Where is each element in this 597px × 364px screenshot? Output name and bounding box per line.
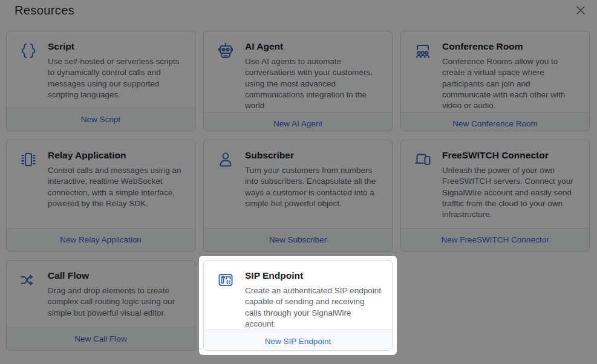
- close-icon: [575, 4, 587, 16]
- card-title: SIP Endpoint: [245, 270, 382, 281]
- new-ai-agent-label: New AI Agent: [273, 119, 322, 128]
- person-icon: [216, 150, 235, 169]
- card-text: Script Use self-hosted or serverless scr…: [48, 41, 185, 108]
- resource-card-script: Script Use self-hosted or serverless scr…: [6, 31, 195, 131]
- card-description: Control calls and messages using an inte…: [48, 165, 185, 209]
- new-call-flow-button[interactable]: New Call Flow: [7, 327, 195, 350]
- card-text: Call Flow Drag and drop elements to crea…: [48, 270, 185, 327]
- chip-icon: [19, 150, 38, 169]
- new-relay-application-button[interactable]: New Relay Application: [7, 228, 195, 251]
- new-sip-endpoint-label: New SIP Endpoint: [265, 337, 331, 346]
- new-conference-room-button[interactable]: New Conference Room: [401, 112, 589, 131]
- new-script-button[interactable]: New Script: [7, 108, 195, 131]
- card-body: Conference Room Conference Rooms allow y…: [401, 31, 589, 112]
- new-relay-application-label: New Relay Application: [60, 235, 141, 244]
- new-sip-endpoint-button[interactable]: New SIP Endpoint: [204, 330, 392, 351]
- card-text: Subscriber Turn your customers from numb…: [245, 150, 382, 228]
- resource-card-subscriber: Subscriber Turn your customers from numb…: [203, 140, 393, 252]
- resource-card-sip-endpoint: SIP Endpoint Create an authenticated SIP…: [203, 260, 393, 351]
- card-body: AI Agent Use AI agents to automate conve…: [204, 31, 392, 112]
- new-freeswitch-connector-button[interactable]: New FreeSWITCH Connector: [401, 228, 589, 251]
- card-description: Unleash the power of your own FreeSWITCH…: [442, 165, 579, 221]
- card-text: SIP Endpoint Create an authenticated SIP…: [245, 270, 382, 330]
- card-body: Subscriber Turn your customers from numb…: [204, 140, 392, 228]
- card-body: Relay Application Control calls and mess…: [7, 140, 195, 228]
- new-subscriber-button[interactable]: New Subscriber: [204, 228, 392, 251]
- resource-card-call-flow: Call Flow Drag and drop elements to crea…: [6, 260, 195, 351]
- resource-card-relay-application: Relay Application Control calls and mess…: [6, 140, 195, 252]
- conference-people-icon: [413, 41, 432, 60]
- card-title: Script: [48, 41, 185, 52]
- card-description: Use self-hosted or serverless scripts to…: [48, 56, 185, 100]
- new-call-flow-label: New Call Flow: [74, 334, 126, 343]
- new-conference-room-label: New Conference Room: [452, 119, 537, 128]
- new-freeswitch-connector-label: New FreeSWITCH Connector: [442, 235, 549, 244]
- card-text: Conference Room Conference Rooms allow y…: [442, 41, 579, 112]
- modal-header: Resources: [0, 0, 597, 28]
- card-body: SIP Endpoint Create an authenticated SIP…: [204, 261, 392, 330]
- page-title: Resources: [15, 4, 74, 18]
- card-body: Script Use self-hosted or serverless scr…: [7, 31, 195, 108]
- card-body: Call Flow Drag and drop elements to crea…: [7, 261, 195, 327]
- laptop-phone-icon: [413, 150, 432, 169]
- desk-phone-icon: [216, 270, 235, 290]
- card-title: Call Flow: [48, 270, 185, 281]
- card-title: FreeSWITCH Connector: [442, 150, 579, 161]
- card-description: Drag and drop elements to create complex…: [48, 285, 185, 319]
- card-text: Relay Application Control calls and mess…: [48, 150, 185, 228]
- card-title: Conference Room: [442, 41, 579, 52]
- code-braces-icon: [19, 41, 38, 60]
- new-script-label: New Script: [81, 115, 120, 124]
- card-description: Create an authenticated SIP endpoint cap…: [245, 285, 382, 330]
- card-description: Conference Rooms allow you to create a v…: [442, 56, 579, 112]
- card-description: Use AI agents to automate conversations …: [245, 56, 382, 112]
- card-text: FreeSWITCH Connector Unleash the power o…: [442, 150, 579, 228]
- card-description: Turn your customers from numbers into su…: [245, 165, 382, 209]
- card-title: Relay Application: [48, 150, 185, 161]
- new-ai-agent-button[interactable]: New AI Agent: [204, 112, 392, 131]
- card-text: AI Agent Use AI agents to automate conve…: [245, 41, 382, 112]
- resource-card-ai-agent: AI Agent Use AI agents to automate conve…: [203, 31, 393, 131]
- resource-card-conference-room: Conference Room Conference Rooms allow y…: [400, 31, 590, 131]
- card-title: Subscriber: [245, 150, 382, 161]
- close-button[interactable]: [573, 3, 588, 18]
- shuffle-arrows-icon: [19, 270, 38, 290]
- card-title: AI Agent: [245, 41, 382, 52]
- robot-icon: [216, 41, 235, 60]
- resource-card-grid: Script Use self-hosted or serverless scr…: [6, 31, 590, 351]
- new-subscriber-label: New Subscriber: [269, 235, 327, 244]
- card-body: FreeSWITCH Connector Unleash the power o…: [401, 140, 589, 228]
- spotlight-highlight: SIP Endpoint Create an authenticated SIP…: [199, 256, 397, 355]
- resource-card-freeswitch-connector: FreeSWITCH Connector Unleash the power o…: [400, 140, 590, 252]
